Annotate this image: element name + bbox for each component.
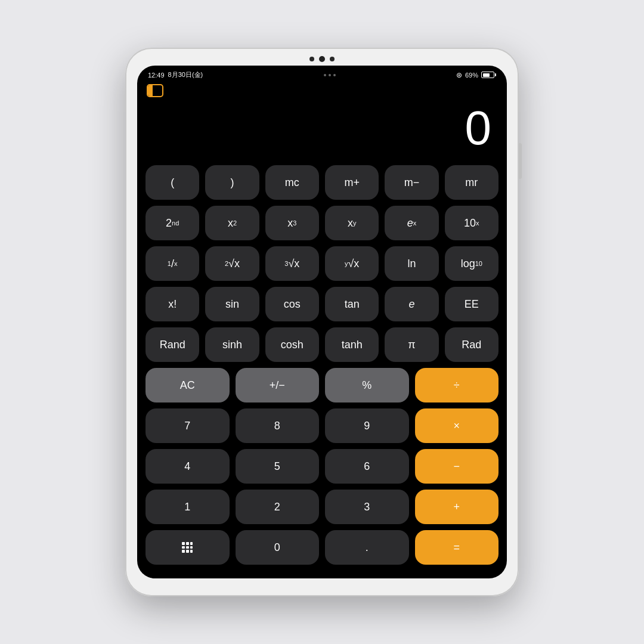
tanh-button[interactable]: tanh <box>325 327 379 362</box>
sidebar-toggle-icon[interactable] <box>147 84 163 97</box>
row-hyp: Rand sinh cosh tanh π Rad <box>145 327 499 362</box>
front-camera <box>319 56 325 62</box>
ln-button[interactable]: ln <box>385 246 438 281</box>
wifi-icon: ⊛ <box>456 71 462 79</box>
sinh-button[interactable]: sinh <box>205 327 259 362</box>
two-button[interactable]: 2 <box>236 490 320 524</box>
row-ac: AC +/− % ÷ <box>145 368 499 402</box>
row-powers: 2nd x2 x3 xy ex 10x <box>145 206 499 240</box>
divide-button[interactable]: ÷ <box>415 368 499 402</box>
display-area: 0 <box>137 101 507 165</box>
sqrt2-button[interactable]: 2√x <box>205 246 259 281</box>
close-paren-button[interactable]: ) <box>205 165 259 200</box>
status-center <box>324 74 336 76</box>
rand-button[interactable]: Rand <box>145 327 199 362</box>
status-right: ⊛ 69% <box>456 71 496 79</box>
side-button[interactable] <box>519 143 522 179</box>
log10-button[interactable]: log10 <box>445 246 499 281</box>
tan-button[interactable]: tan <box>325 287 379 321</box>
screen: 12:49 8月30日(金) ⊛ 69% <box>137 66 507 578</box>
pi-button[interactable]: π <box>385 327 438 362</box>
seven-button[interactable]: 7 <box>145 408 230 443</box>
calc-switch-button[interactable] <box>145 530 230 565</box>
battery-icon <box>481 72 496 78</box>
one-button[interactable]: 1 <box>145 490 230 524</box>
eight-button[interactable]: 8 <box>236 408 320 443</box>
euler-button[interactable]: e <box>385 287 438 321</box>
ten-to-x-button[interactable]: 10x <box>445 206 499 240</box>
sqrt3-button[interactable]: 3√x <box>265 246 319 281</box>
notch-dot-right <box>330 57 335 61</box>
four-button[interactable]: 4 <box>145 449 230 484</box>
multiply-button[interactable]: × <box>415 408 499 443</box>
cos-button[interactable]: cos <box>265 287 319 321</box>
reciprocal-button[interactable]: 1/x <box>145 246 199 281</box>
rad-button[interactable]: Rad <box>445 327 499 362</box>
mc-button[interactable]: mc <box>265 165 319 200</box>
nine-button[interactable]: 9 <box>325 408 409 443</box>
add-button[interactable]: + <box>415 490 499 524</box>
row-zero: 0 . = <box>145 530 499 565</box>
display-value: 0 <box>465 101 491 156</box>
factorial-button[interactable]: x! <box>145 287 199 321</box>
calculator-icon <box>182 542 193 553</box>
m-minus-button[interactable]: m− <box>385 165 438 200</box>
sin-button[interactable]: sin <box>205 287 259 321</box>
zero-button[interactable]: 0 <box>236 530 320 565</box>
date: 8月30日(金) <box>168 70 203 79</box>
tablet-frame: 12:49 8月30日(金) ⊛ 69% <box>125 48 519 596</box>
toggle-sign-button[interactable]: +/− <box>236 368 320 402</box>
ac-button[interactable]: AC <box>145 368 230 402</box>
subtract-button[interactable]: − <box>415 449 499 484</box>
second-button[interactable]: 2nd <box>145 206 199 240</box>
toolbar <box>137 82 507 101</box>
x-squared-button[interactable]: x2 <box>205 206 259 240</box>
open-paren-button[interactable]: ( <box>145 165 199 200</box>
notch-dot-left <box>309 57 314 61</box>
status-bar: 12:49 8月30日(金) ⊛ 69% <box>137 66 507 82</box>
six-button[interactable]: 6 <box>325 449 409 484</box>
decimal-button[interactable]: . <box>325 530 409 565</box>
percent-button[interactable]: % <box>325 368 409 402</box>
tablet-notch <box>309 56 335 62</box>
five-button[interactable]: 5 <box>236 449 320 484</box>
m-plus-button[interactable]: m+ <box>325 165 379 200</box>
three-button[interactable]: 3 <box>325 490 409 524</box>
x-to-y-button[interactable]: xy <box>325 206 379 240</box>
row-roots: 1/x 2√x 3√x y√x ln log10 <box>145 246 499 281</box>
row-123: 1 2 3 + <box>145 490 499 524</box>
row-memory: ( ) mc m+ m− mr <box>145 165 499 200</box>
sqrty-button[interactable]: y√x <box>325 246 379 281</box>
cosh-button[interactable]: cosh <box>265 327 319 362</box>
row-456: 4 5 6 − <box>145 449 499 484</box>
equals-button[interactable]: = <box>415 530 499 565</box>
calc-grid: ( ) mc m+ m− mr 2nd x2 x3 xy ex 10x 1/x … <box>137 165 507 577</box>
time: 12:49 <box>148 72 165 79</box>
ee-button[interactable]: EE <box>445 287 499 321</box>
e-to-x-button[interactable]: ex <box>385 206 438 240</box>
battery-percent: 69% <box>465 72 478 79</box>
row-trig: x! sin cos tan e EE <box>145 287 499 321</box>
mr-button[interactable]: mr <box>445 165 499 200</box>
x-cubed-button[interactable]: x3 <box>265 206 319 240</box>
row-789: 7 8 9 × <box>145 408 499 443</box>
status-left: 12:49 8月30日(金) <box>148 70 203 79</box>
